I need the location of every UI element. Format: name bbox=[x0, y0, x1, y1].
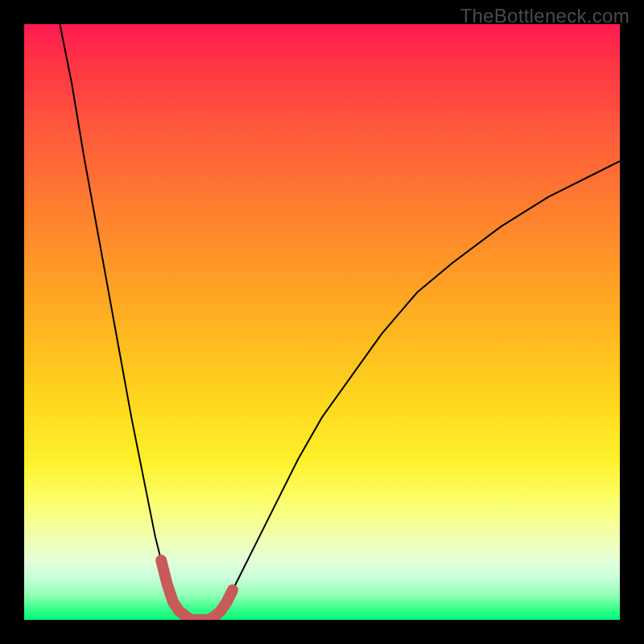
right-curve bbox=[208, 161, 620, 620]
curve-layer bbox=[24, 24, 620, 620]
plot-area bbox=[24, 24, 620, 620]
chart-frame: TheBottleneck.com bbox=[0, 0, 644, 644]
left-curve bbox=[60, 24, 191, 620]
watermark-text: TheBottleneck.com bbox=[460, 5, 630, 27]
trough-marker bbox=[161, 560, 233, 620]
